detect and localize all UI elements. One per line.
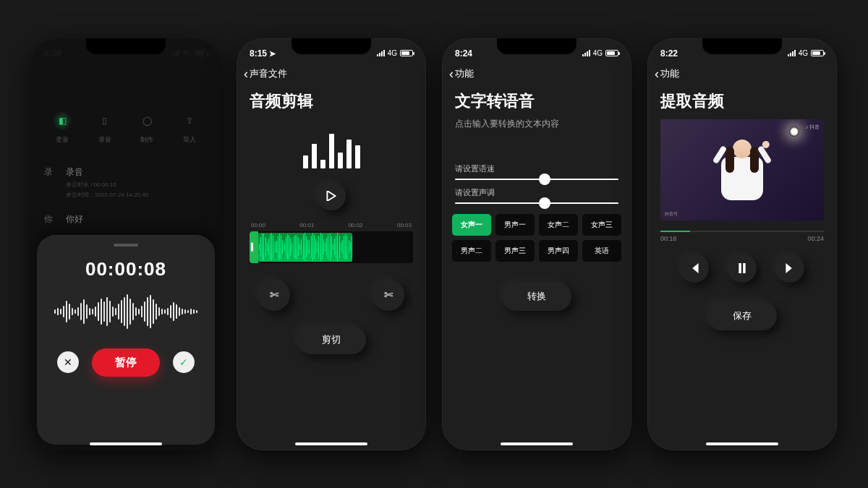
back-button[interactable]: ‹声音文件 bbox=[237, 63, 426, 85]
recording-sheet: 00:00:08 ✕ 暂停 ✓ bbox=[37, 235, 215, 445]
total-time: 00:24 bbox=[807, 235, 824, 242]
slider-thumb[interactable] bbox=[539, 174, 550, 185]
time-ruler: 00:0000:0100:0200:03 bbox=[237, 222, 426, 228]
voice-option[interactable]: 男声四 bbox=[539, 240, 578, 262]
elapsed-time: 00:16 bbox=[660, 235, 677, 242]
svg-rect-0 bbox=[739, 263, 741, 273]
voice-option[interactable]: 女声三 bbox=[582, 214, 621, 236]
text-input-placeholder[interactable]: 点击输入要转换的文本内容 bbox=[442, 115, 631, 134]
voice-option[interactable]: 男声二 bbox=[452, 240, 491, 262]
pause-button[interactable]: 暂停 bbox=[92, 348, 160, 377]
voice-option[interactable]: 女声二 bbox=[539, 214, 578, 236]
home-indicator[interactable] bbox=[706, 442, 778, 445]
location-icon: ➤ bbox=[269, 49, 276, 58]
skip-next-icon bbox=[785, 263, 795, 273]
audio-clip[interactable] bbox=[258, 233, 352, 262]
status-time: 8:24 bbox=[455, 48, 472, 59]
trim-handle-left[interactable]: ▍ bbox=[250, 231, 258, 263]
play-icon bbox=[326, 191, 336, 201]
page-title: 音频剪辑 bbox=[237, 85, 426, 115]
phone-audio-editor: 8:15 ➤ 4G ‹声音文件 音频剪辑 00:0000:0100:0200:0… bbox=[237, 38, 426, 450]
grab-handle[interactable] bbox=[114, 244, 138, 247]
segment-transform[interactable]: ◧变音 bbox=[52, 111, 72, 145]
lamp-light bbox=[789, 127, 799, 137]
slider-thumb[interactable] bbox=[539, 197, 550, 209]
cut-button[interactable]: 剪切 bbox=[297, 325, 366, 354]
chevron-left-icon: ‹ bbox=[449, 67, 454, 80]
voice-grid: 女声一 男声一 女声二 女声三 男声二 男声三 男声四 英语 bbox=[442, 204, 631, 266]
cancel-button[interactable]: ✕ bbox=[57, 351, 79, 373]
pitch-slider[interactable] bbox=[455, 202, 618, 204]
home-indicator[interactable] bbox=[295, 442, 367, 445]
notch bbox=[86, 38, 166, 54]
pause-button[interactable] bbox=[728, 254, 757, 283]
pitch-label: 请设置声调 bbox=[442, 180, 631, 202]
back-button[interactable]: ‹功能 bbox=[442, 63, 631, 85]
recording-item[interactable]: 你 你好 bbox=[44, 206, 208, 233]
voice-option[interactable]: 女声一 bbox=[452, 214, 491, 236]
speed-label: 请设置语速 bbox=[442, 156, 631, 179]
voice-option[interactable]: 男声一 bbox=[495, 214, 535, 236]
phone-tts: 8:24 4G ‹功能 文字转语音 点击输入要转换的文本内容 请设置语速 请设置… bbox=[442, 38, 631, 450]
voice-option[interactable]: 英语 bbox=[582, 240, 621, 262]
speed-slider[interactable] bbox=[455, 179, 618, 180]
voice-option[interactable]: 男声三 bbox=[495, 240, 535, 262]
notch bbox=[497, 38, 576, 54]
status-time: 8:15 bbox=[250, 48, 267, 59]
scissors-icon: ✄ bbox=[384, 288, 393, 301]
waveform bbox=[50, 291, 202, 333]
segment-make[interactable]: ◯制作 bbox=[137, 111, 157, 145]
watermark-bottom: 抖音号 bbox=[665, 211, 678, 218]
notch bbox=[702, 38, 782, 54]
back-button[interactable]: ‹功能 bbox=[647, 63, 837, 85]
video-preview[interactable]: ♪ 抖音 抖音号 bbox=[660, 119, 824, 221]
recording-timer: 00:00:08 bbox=[85, 258, 166, 281]
video-figure bbox=[721, 140, 763, 200]
svg-rect-1 bbox=[743, 263, 746, 273]
segment-import[interactable]: ⇪导入 bbox=[179, 111, 200, 145]
next-button[interactable] bbox=[775, 254, 804, 283]
play-button[interactable] bbox=[317, 181, 346, 210]
status-time: 8:22 bbox=[660, 48, 678, 59]
segment-record[interactable]: ▯录音 bbox=[95, 111, 115, 145]
page-title: 提取音频 bbox=[647, 85, 837, 115]
audio-track[interactable]: ▍ bbox=[250, 231, 413, 263]
chevron-left-icon: ‹ bbox=[244, 67, 248, 80]
home-indicator[interactable] bbox=[501, 442, 573, 445]
chevron-left-icon: ‹ bbox=[655, 67, 659, 80]
phone-recorder: 8:28 4G ◧变音 ▯录音 ◯制作 ⇪导入 录 录音录音时长 / 00:00… bbox=[31, 38, 221, 450]
level-meter bbox=[237, 132, 426, 168]
cut-left-button[interactable]: ✄ bbox=[258, 279, 290, 311]
pause-icon bbox=[738, 263, 746, 273]
convert-button[interactable]: 转换 bbox=[502, 282, 571, 311]
scissors-icon: ✄ bbox=[270, 288, 279, 301]
phone-extract-audio: 8:22 4G ‹功能 提取音频 ♪ 抖音 抖音号 00:16 00:24 保存 bbox=[647, 38, 837, 450]
progress-bar[interactable] bbox=[660, 231, 824, 232]
home-indicator[interactable] bbox=[90, 442, 162, 445]
recording-item[interactable]: 录 录音录音时长 / 00:00:10录音时间：2022-07-24 14:20… bbox=[44, 159, 208, 206]
watermark: ♪ 抖音 bbox=[806, 124, 820, 131]
save-button[interactable]: 保存 bbox=[707, 301, 777, 330]
cut-right-button[interactable]: ✄ bbox=[373, 279, 404, 311]
skip-prev-icon bbox=[689, 263, 699, 273]
prev-button[interactable] bbox=[680, 254, 709, 283]
confirm-button[interactable]: ✓ bbox=[173, 351, 195, 373]
page-title: 文字转语音 bbox=[442, 85, 631, 115]
notch bbox=[292, 38, 371, 54]
